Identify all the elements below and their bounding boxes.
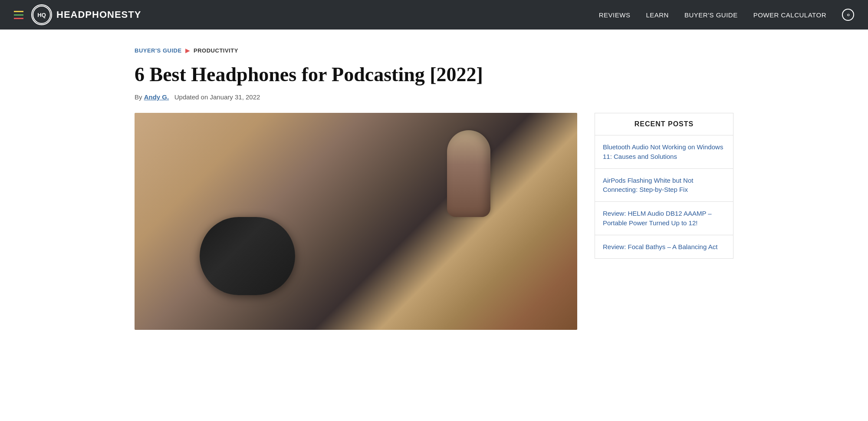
nav-links: REVIEWS LEARN BUYER'S GUIDE POWER CALCUL… <box>599 9 854 21</box>
recent-post-item[interactable]: Bluetooth Audio Not Working on Windows 1… <box>595 135 733 169</box>
recent-post-link-2[interactable]: Review: HELM Audio DB12 AAAMP – Portable… <box>603 209 725 228</box>
author-link[interactable]: Andy G. <box>144 93 169 101</box>
hero-image <box>135 113 577 330</box>
sidebar: RECENT POSTS Bluetooth Audio Not Working… <box>595 113 733 259</box>
breadcrumb-separator: ▶ <box>185 47 191 54</box>
recent-post-link-1[interactable]: AirPods Flashing White but Not Connectin… <box>603 176 725 195</box>
recent-post-item[interactable]: AirPods Flashing White but Not Connectin… <box>595 169 733 202</box>
logo-link[interactable]: HQ HEADPHONESTY <box>31 4 141 25</box>
logo-circle-inner: HQ <box>33 6 51 24</box>
logo-icon: HQ <box>31 4 52 25</box>
brand-name: HEADPHONESTY <box>56 9 141 20</box>
breadcrumb-parent-link[interactable]: BUYER'S GUIDE <box>135 47 182 54</box>
nav-link-reviews[interactable]: REVIEWS <box>599 11 631 19</box>
breadcrumb: BUYER'S GUIDE ▶ PRODUCTIVITY <box>135 47 733 54</box>
article-title: 6 Best Headphones for Podcasting [2022] <box>135 62 733 86</box>
breadcrumb-current: PRODUCTIVITY <box>194 47 238 54</box>
recent-post-item[interactable]: Review: Focal Bathys – A Balancing Act <box>595 235 733 259</box>
recent-posts-header: RECENT POSTS <box>595 113 733 135</box>
nav-link-learn[interactable]: LEARN <box>646 11 669 19</box>
recent-post-item[interactable]: Review: HELM Audio DB12 AAAMP – Portable… <box>595 202 733 235</box>
nav-left: HQ HEADPHONESTY <box>14 4 141 25</box>
hero-image-container <box>135 113 577 330</box>
article-meta: By Andy G. Updated on January 31, 2022 <box>135 93 733 101</box>
recent-post-link-3[interactable]: Review: Focal Bathys – A Balancing Act <box>603 242 725 252</box>
search-button[interactable]: ⚬ <box>842 9 854 21</box>
nav-link-power-calculator[interactable]: POWER CALCULATOR <box>753 11 826 19</box>
by-label: By <box>135 93 142 101</box>
recent-posts-box: RECENT POSTS Bluetooth Audio Not Working… <box>595 113 733 259</box>
updated-date: Updated on January 31, 2022 <box>174 93 260 101</box>
hamburger-menu[interactable] <box>14 11 23 19</box>
content-row: RECENT POSTS Bluetooth Audio Not Working… <box>135 113 733 330</box>
navbar: HQ HEADPHONESTY REVIEWS LEARN BUYER'S GU… <box>0 0 868 30</box>
recent-post-link-0[interactable]: Bluetooth Audio Not Working on Windows 1… <box>603 142 725 161</box>
page-wrapper: BUYER'S GUIDE ▶ PRODUCTIVITY 6 Best Head… <box>108 30 760 347</box>
nav-link-buyers-guide[interactable]: BUYER'S GUIDE <box>684 11 738 19</box>
